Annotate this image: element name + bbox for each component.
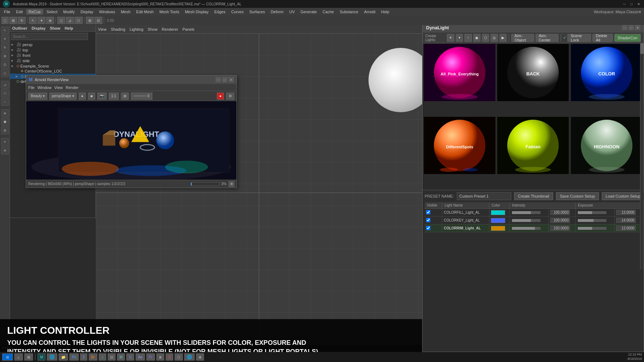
taskbar-apps[interactable]: ⊞ — [24, 353, 33, 361]
arnold-mode-select[interactable]: Beauty ▾ — [28, 93, 47, 100]
outliner-menu-help[interactable]: Help — [65, 26, 73, 30]
tool-14[interactable]: ⊛ — [1, 147, 9, 154]
light-3-color-swatch[interactable] — [491, 226, 505, 231]
scene-lock-btn[interactable]: Scene Lock — [567, 34, 591, 42]
menu-mesh[interactable]: Mesh — [118, 9, 133, 15]
arnold-menu-render[interactable]: Render — [66, 85, 79, 90]
toolbar-icon-1[interactable]: ⎕ — [1, 17, 9, 24]
close-button[interactable]: ✕ — [636, 1, 641, 6]
menu-mesh-display[interactable]: Mesh Display — [182, 9, 211, 15]
load-custom-setup-btn[interactable]: Load Custom Setup — [602, 192, 644, 200]
taskbar-3dsmax[interactable]: 3 — [80, 353, 87, 361]
menu-edit[interactable]: Edit — [14, 9, 25, 15]
taskbar-item16[interactable]: ⬡ — [175, 353, 183, 361]
light-2-intensity-slider[interactable] — [510, 217, 549, 224]
scrollbar-thumb[interactable] — [640, 43, 644, 54]
create-sun-light[interactable]: ☀ — [447, 34, 454, 42]
create-light-7[interactable]: ▶ — [499, 34, 507, 42]
light-2-intensity-track[interactable] — [512, 219, 541, 222]
light-3-exposure-track[interactable] — [578, 227, 606, 230]
menu-modify[interactable]: Modify — [61, 9, 77, 15]
light-1-color-swatch[interactable] — [491, 210, 505, 215]
light-3-color[interactable] — [489, 224, 509, 232]
arnold-settings-btn[interactable]: ⚙ — [226, 93, 234, 100]
light-2-color[interactable] — [489, 217, 509, 224]
light-3-intensity-slider[interactable] — [510, 224, 549, 232]
tool-5[interactable]: ⊡ — [1, 61, 9, 69]
tool-10[interactable]: ⊕ — [1, 109, 9, 117]
viewport-menu-view[interactable]: View — [98, 27, 107, 31]
dynalight-controls[interactable]: ─ □ ✕ — [622, 25, 640, 30]
outliner-item-front[interactable]: ▸ 🎥 front — [10, 53, 96, 58]
taskbar-photoshop[interactable]: Ps — [69, 353, 79, 361]
scale-tool[interactable]: ⊞ — [1, 52, 9, 60]
menu-select[interactable]: Select — [44, 9, 60, 15]
outliner-item-side[interactable]: ▸ 🎥 side — [10, 58, 96, 63]
tool-9[interactable]: ○ — [1, 98, 9, 106]
arnold-minimize[interactable]: ─ — [216, 77, 221, 82]
arnold-stop-btn[interactable]: ■ — [88, 93, 95, 100]
outliner-menu-show[interactable]: Show — [50, 26, 60, 30]
toolbar-icon-9[interactable]: ⬡ — [74, 17, 83, 24]
minimize-button[interactable]: ─ — [622, 1, 627, 6]
menu-help[interactable]: Help — [379, 9, 392, 15]
taskbar-chrome[interactable]: 🌐 — [47, 353, 57, 361]
arnold-rec-btn[interactable]: ● — [217, 93, 224, 100]
light-2-exposure-slider[interactable] — [576, 217, 615, 224]
search-input[interactable] — [13, 34, 86, 39]
menu-generate[interactable]: Generate — [298, 9, 319, 15]
menu-recue[interactable]: ReCue — [26, 9, 43, 15]
dynalight-close[interactable]: ✕ — [635, 25, 640, 30]
move-tool[interactable]: ✛ — [1, 35, 9, 43]
arnold-maximize[interactable]: □ — [222, 77, 227, 82]
arnold-snap-btn[interactable]: 📷 — [97, 93, 107, 100]
viewport-menu-shading[interactable]: Shading — [111, 27, 125, 31]
window-controls[interactable]: ─ □ ✕ — [622, 1, 641, 6]
menu-uv[interactable]: UV — [287, 9, 297, 15]
toolbar-icon-5[interactable]: ✦ — [38, 17, 45, 24]
taskbar-item18[interactable]: ⊕ — [196, 353, 204, 361]
arnold-rv-canvas[interactable]: DYNALIGHT — [26, 101, 236, 180]
toolbar-icon-11[interactable]: ⊡ — [94, 17, 102, 24]
workspace-label[interactable]: Workspace: Maya Classic▾ — [594, 8, 641, 16]
tool-7[interactable]: ⊿ — [1, 81, 9, 89]
taskbar-discord[interactable]: D — [126, 353, 134, 361]
outliner-item-example-scene[interactable]: ▸ ◇ Example_Scene — [10, 63, 96, 69]
dynalight-maximize[interactable]: □ — [629, 25, 634, 30]
light-1-visible[interactable] — [426, 210, 430, 214]
menu-edit-mesh[interactable]: Edit Mesh — [134, 9, 156, 15]
taskbar-search[interactable]: ⌕ — [14, 353, 23, 361]
viewport-menu-renderer[interactable]: Renderer — [162, 27, 178, 31]
light-2-visible[interactable] — [426, 218, 430, 222]
preset-back[interactable]: BACK — [497, 44, 569, 116]
outliner-item-persp[interactable]: ▸ 🎥 persp — [10, 42, 96, 47]
outliner-search-box[interactable] — [11, 33, 88, 40]
arnold-zoom-fit[interactable]: ⊞ — [121, 93, 129, 100]
tool-6[interactable]: ◻ — [1, 69, 9, 77]
create-area-light[interactable]: ✦ — [456, 34, 463, 42]
tool-13[interactable]: ≡ — [1, 138, 9, 146]
toolbar-icon-6[interactable]: ⊕ — [46, 17, 54, 24]
taskbar-aftereffects[interactable]: Ae — [136, 353, 145, 361]
create-mesh-light[interactable]: ⬡ — [482, 34, 489, 42]
toolbar-icon-2[interactable]: ⊞ — [9, 17, 17, 24]
create-directional-light[interactable]: ↑ — [464, 34, 472, 42]
rotate-tool[interactable]: ↻ — [1, 44, 9, 51]
taskbar-item14[interactable]: ⊛ — [156, 353, 164, 361]
presets-scrollbar[interactable] — [640, 43, 644, 269]
menu-arnold[interactable]: Arnold — [361, 9, 378, 15]
menu-display[interactable]: Display — [78, 9, 96, 15]
arnold-zoom-slider[interactable]: ───── 0 — [131, 93, 152, 100]
create-point-light[interactable]: ◎ — [491, 34, 498, 42]
toolbar-icon-8[interactable]: ⊿ — [66, 17, 74, 24]
arnold-menu-view[interactable]: View — [54, 85, 63, 90]
light-1-intensity-slider[interactable] — [510, 209, 549, 217]
preset-name-input[interactable] — [457, 192, 511, 200]
light-2-exposure-track[interactable] — [578, 219, 606, 222]
toolbar-icon-3[interactable]: ↻ — [18, 17, 26, 24]
preset-highnoon[interactable]: HIGHNOON — [570, 117, 643, 189]
light-1-color[interactable] — [489, 209, 509, 217]
menu-edges[interactable]: Edges — [212, 9, 228, 15]
viewport-menu-panels[interactable]: Panels — [182, 27, 195, 31]
tool-12[interactable]: ⊞ — [1, 127, 9, 134]
